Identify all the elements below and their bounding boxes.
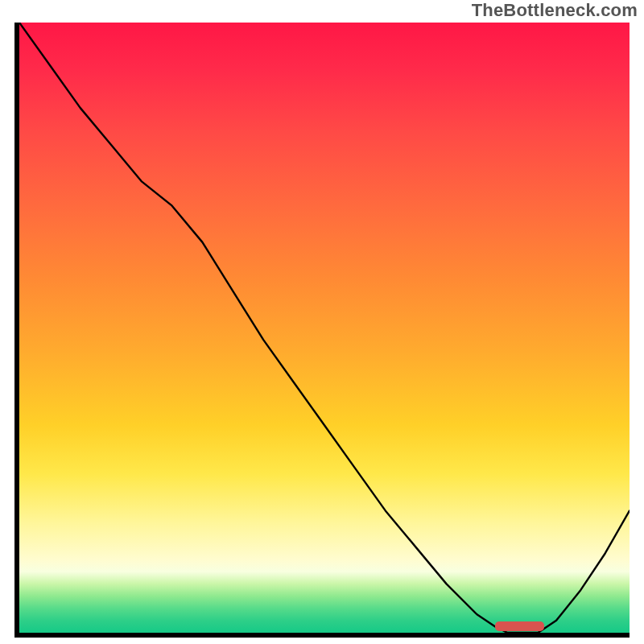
plot-area — [19, 23, 630, 633]
chart-canvas: TheBottleneck.com — [0, 0, 644, 644]
optimum-marker — [495, 621, 544, 631]
heat-gradient — [19, 23, 630, 633]
plot-frame — [14, 23, 630, 638]
watermark-label: TheBottleneck.com — [472, 0, 638, 21]
